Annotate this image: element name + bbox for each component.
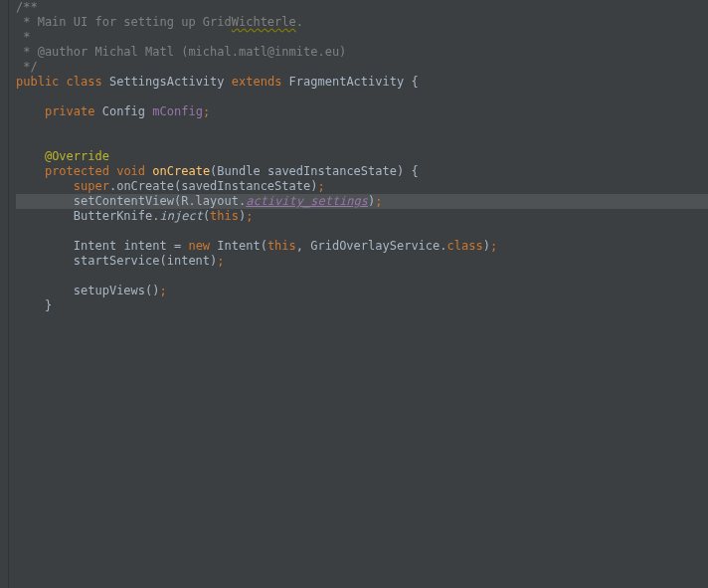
comment-line: * <box>16 30 30 44</box>
semi: ; <box>246 209 253 223</box>
class-service: GridOverlayService <box>310 239 440 253</box>
brace-close: } <box>45 298 52 312</box>
comment-warn-word: Wichterle <box>232 15 296 29</box>
kw-class: class <box>67 75 102 89</box>
call-setupviews: setupViews() <box>74 284 160 297</box>
semi: ; <box>375 194 382 208</box>
var-decl: intent = <box>116 239 188 253</box>
kw-class-ref: class <box>447 239 483 253</box>
call-startservice: startService(intent) <box>74 254 218 268</box>
kw-super: super <box>74 179 109 193</box>
ctor-intent: Intent( <box>210 239 267 253</box>
comma: , <box>296 239 310 253</box>
comment-open: /** <box>16 0 38 14</box>
semi: ; <box>203 104 210 118</box>
brace: { <box>404 75 418 89</box>
kw-void: void <box>116 164 145 178</box>
paren-semi3: ) <box>483 239 490 253</box>
call-oncreate: onCreate(savedInstanceState) <box>116 179 317 193</box>
comment-line: * Main UI for setting up Grid <box>16 15 232 29</box>
kw-this: this <box>210 209 239 223</box>
comment-close: */ <box>16 60 38 74</box>
type-intent: Intent <box>74 239 116 253</box>
type-bundle: Bundle <box>217 164 260 178</box>
call-setcontentview: setContentView(R.layout. <box>74 194 246 208</box>
resource-ref: activity_settings <box>246 194 368 208</box>
annotation-override: @Override <box>45 149 109 163</box>
semi: ; <box>160 284 167 297</box>
type-config: Config <box>102 104 145 118</box>
kw-public: public <box>16 75 59 89</box>
semi: ; <box>317 179 324 193</box>
kw-private: private <box>45 104 95 118</box>
method-inject: inject <box>160 209 203 223</box>
kw-extends: extends <box>232 75 282 89</box>
kw-new: new <box>188 239 210 253</box>
method-oncreate: onCreate <box>152 164 210 178</box>
super-class: FragmentActivity <box>289 75 405 89</box>
comment-line-tail: . <box>296 15 303 29</box>
code-editor[interactable]: /** * Main UI for setting up GridWichter… <box>0 0 708 313</box>
current-line[interactable]: setContentView(R.layout.activity_setting… <box>16 194 708 209</box>
field-mconfig: mConfig <box>152 104 203 118</box>
semi: ; <box>217 254 224 268</box>
dot: . <box>152 209 159 223</box>
class-butterknife: ButterKnife <box>74 209 152 223</box>
dot: . <box>440 239 446 253</box>
semi: ; <box>490 239 497 253</box>
class-name: SettingsActivity <box>109 75 225 89</box>
param-name: savedInstanceState <box>261 164 397 178</box>
kw-this: this <box>267 239 296 253</box>
kw-protected: protected <box>45 164 109 178</box>
paren-brace: ) { <box>397 164 419 178</box>
comment-author: * @author Michal Matl (michal.matl@inmit… <box>16 45 346 59</box>
